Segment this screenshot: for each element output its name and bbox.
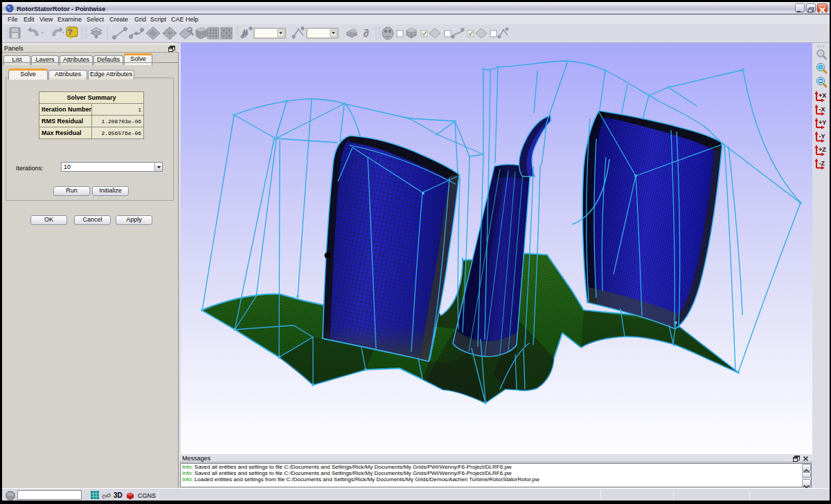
svg-text:3D: 3D: [114, 492, 123, 499]
svg-text:+Z: +Z: [819, 146, 826, 153]
svg-text:CGNS: CGNS: [138, 492, 156, 499]
svg-text:∂: ∂: [364, 28, 368, 39]
svg-text:-X: -X: [819, 106, 825, 113]
svg-text:+Y: +Y: [819, 119, 826, 126]
svg-text:-Y: -Y: [819, 133, 825, 140]
svg-text:+X: +X: [819, 92, 826, 99]
svg-text:?: ?: [68, 28, 73, 36]
svg-text:#: #: [242, 28, 248, 39]
svg-text:-Z: -Z: [819, 160, 825, 167]
